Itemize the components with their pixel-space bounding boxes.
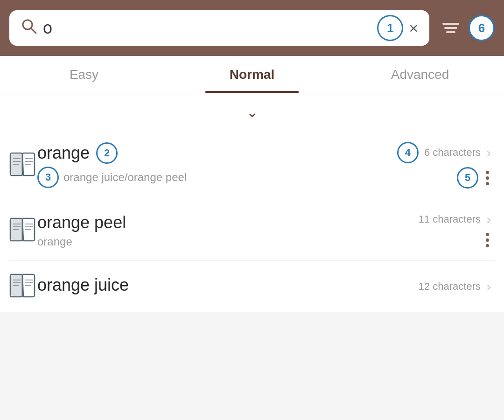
search-input-value[interactable]: o (43, 18, 371, 38)
char-count: 12 characters (419, 280, 481, 293)
collapse-toggle[interactable]: ⌄ (0, 93, 504, 131)
book-icon (9, 273, 37, 300)
item-subtitle: orange (37, 235, 72, 248)
list-item: orange 2 3 orange juice/orange peel 4 6 … (9, 131, 495, 200)
item-content: orange peel orange (37, 213, 419, 248)
char-count: 6 characters (424, 147, 481, 159)
book-icon (9, 217, 37, 244)
item-badge-3[interactable]: 3 (37, 167, 59, 188)
list-item: orange juice 12 characters › (9, 261, 495, 312)
more-options-button[interactable] (484, 231, 491, 249)
item-badge-5[interactable]: 5 (457, 167, 478, 189)
item-badge-4[interactable]: 4 (397, 142, 419, 163)
book-icon (9, 152, 37, 178)
clear-search-button[interactable]: × (409, 19, 418, 37)
item-badge-2[interactable]: 2 (96, 142, 118, 164)
search-bar: o 1 × (9, 10, 429, 46)
tab-advanced[interactable]: Advanced (336, 56, 504, 93)
more-options-button[interactable] (484, 169, 491, 187)
tab-normal[interactable]: Normal (168, 56, 336, 93)
header: o 1 × 6 (0, 0, 504, 56)
item-right: 4 6 characters › 5 (397, 142, 495, 189)
word-list: orange 2 3 orange juice/orange peel 4 6 … (0, 131, 504, 312)
chevron-down-icon: ⌄ (246, 104, 258, 120)
item-content: orange 2 3 orange juice/orange peel (37, 142, 397, 188)
header-right-controls: 6 (437, 15, 495, 41)
filter-badge-6[interactable]: 6 (469, 15, 495, 41)
item-right: 12 characters › (419, 279, 495, 294)
svg-line-1 (31, 28, 36, 33)
item-right: 11 characters › (419, 211, 495, 249)
search-icon (21, 18, 37, 38)
chevron-right-icon[interactable]: › (486, 211, 491, 227)
tab-easy[interactable]: Easy (0, 56, 168, 93)
item-title: orange (37, 143, 90, 163)
item-title: orange juice (37, 275, 129, 295)
search-badge-1[interactable]: 1 (377, 15, 403, 41)
char-count: 11 characters (419, 213, 481, 225)
tab-bar: Easy Normal Advanced (0, 56, 504, 93)
item-subtitle: orange juice/orange peel (63, 171, 187, 184)
chevron-right-icon[interactable]: › (486, 279, 491, 294)
filter-icon[interactable] (442, 23, 459, 33)
list-item: orange peel orange 11 characters › (9, 200, 495, 261)
item-content: orange juice (37, 275, 419, 298)
item-title: orange peel (37, 213, 126, 232)
chevron-right-icon[interactable]: › (486, 145, 491, 161)
